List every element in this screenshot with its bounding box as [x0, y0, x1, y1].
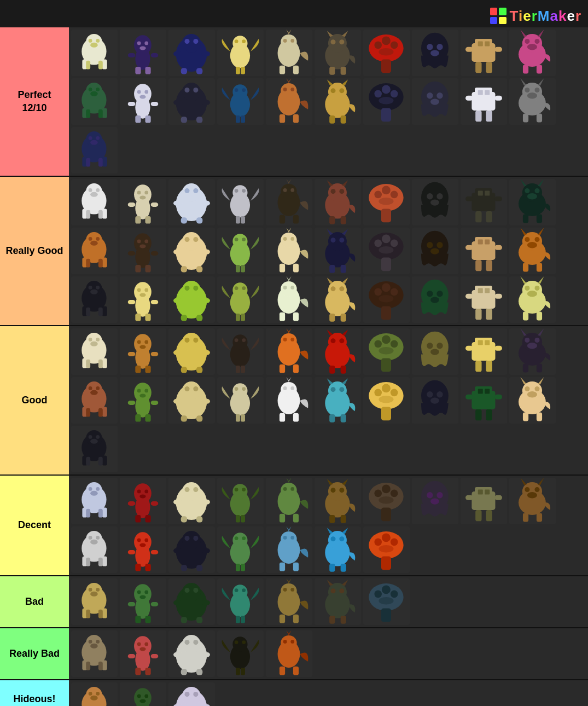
creature-item[interactable] — [217, 30, 264, 76]
creature-item[interactable] — [71, 478, 118, 524]
creature-item[interactable] — [168, 228, 215, 274]
creature-item[interactable] — [120, 526, 166, 573]
creature-item[interactable] — [217, 526, 264, 573]
creature-item[interactable] — [120, 228, 166, 274]
creature-item[interactable] — [71, 78, 118, 125]
creature-item[interactable] — [168, 578, 215, 625]
creature-item[interactable] — [266, 30, 312, 76]
creature-item[interactable] — [266, 228, 312, 274]
creature-item[interactable] — [509, 30, 556, 76]
creature-item[interactable] — [461, 328, 507, 375]
creature-item[interactable] — [509, 328, 556, 375]
creature-item[interactable] — [168, 526, 215, 573]
creature-item[interactable] — [315, 228, 361, 274]
creature-item[interactable] — [363, 328, 410, 375]
creature-item[interactable] — [120, 276, 166, 323]
creature-item[interactable] — [120, 78, 166, 125]
creature-item[interactable] — [315, 526, 361, 573]
creature-item[interactable] — [168, 276, 215, 323]
creature-item[interactable] — [168, 78, 215, 125]
creature-item[interactable] — [168, 682, 215, 706]
creature-item[interactable] — [120, 179, 166, 225]
creature-item[interactable] — [363, 30, 410, 76]
creature-item[interactable] — [461, 276, 507, 323]
creature-item[interactable] — [412, 179, 458, 225]
creature-item[interactable] — [217, 276, 264, 323]
creature-item[interactable] — [217, 630, 264, 677]
creature-item[interactable] — [71, 228, 118, 274]
creature-item[interactable] — [412, 30, 458, 76]
creature-item[interactable] — [315, 78, 361, 125]
creature-item[interactable] — [363, 179, 410, 225]
creature-item[interactable] — [266, 630, 312, 677]
creature-item[interactable] — [71, 179, 118, 225]
creature-item[interactable] — [412, 276, 458, 323]
creature-item[interactable] — [120, 377, 166, 424]
creature-item[interactable] — [71, 426, 118, 472]
creature-item[interactable] — [363, 228, 410, 274]
creature-item[interactable] — [71, 276, 118, 323]
creature-item[interactable] — [217, 377, 264, 424]
creature-item[interactable] — [71, 127, 118, 173]
creature-item[interactable] — [315, 377, 361, 424]
creature-item[interactable] — [120, 630, 166, 677]
creature-item[interactable] — [217, 478, 264, 524]
creature-item[interactable] — [71, 578, 118, 625]
creature-item[interactable] — [412, 228, 458, 274]
creature-item[interactable] — [168, 328, 215, 375]
creature-item[interactable] — [217, 78, 264, 125]
creature-item[interactable] — [71, 30, 118, 76]
creature-item[interactable] — [168, 377, 215, 424]
creature-item[interactable] — [266, 478, 312, 524]
creature-item[interactable] — [461, 30, 507, 76]
creature-item[interactable] — [120, 30, 166, 76]
creature-item[interactable] — [315, 276, 361, 323]
creature-item[interactable] — [363, 478, 410, 524]
creature-item[interactable] — [71, 526, 118, 573]
creature-item[interactable] — [461, 179, 507, 225]
creature-item[interactable] — [266, 328, 312, 375]
creature-item[interactable] — [168, 630, 215, 677]
creature-item[interactable] — [412, 478, 458, 524]
creature-item[interactable] — [461, 228, 507, 274]
creature-item[interactable] — [266, 179, 312, 225]
creature-item[interactable] — [71, 377, 118, 424]
creature-item[interactable] — [120, 578, 166, 625]
creature-item[interactable] — [266, 78, 312, 125]
creature-item[interactable] — [509, 78, 556, 125]
creature-item[interactable] — [168, 179, 215, 225]
creature-item[interactable] — [266, 578, 312, 625]
creature-item[interactable] — [217, 578, 264, 625]
creature-item[interactable] — [509, 228, 556, 274]
creature-item[interactable] — [363, 578, 410, 625]
creature-item[interactable] — [461, 377, 507, 424]
creature-item[interactable] — [217, 328, 264, 375]
creature-item[interactable] — [71, 328, 118, 375]
creature-item[interactable] — [168, 478, 215, 524]
creature-item[interactable] — [509, 377, 556, 424]
creature-item[interactable] — [412, 328, 458, 375]
creature-item[interactable] — [509, 179, 556, 225]
creature-item[interactable] — [363, 276, 410, 323]
creature-item[interactable] — [315, 30, 361, 76]
creature-item[interactable] — [315, 578, 361, 625]
creature-item[interactable] — [412, 78, 458, 125]
creature-item[interactable] — [363, 78, 410, 125]
creature-item[interactable] — [266, 526, 312, 573]
creature-item[interactable] — [363, 526, 410, 573]
creature-item[interactable] — [71, 682, 118, 706]
creature-item[interactable] — [120, 682, 166, 706]
creature-item[interactable] — [120, 328, 166, 375]
creature-item[interactable] — [120, 478, 166, 524]
creature-item[interactable] — [363, 377, 410, 424]
creature-item[interactable] — [315, 478, 361, 524]
creature-item[interactable] — [266, 276, 312, 323]
creature-item[interactable] — [315, 328, 361, 375]
creature-item[interactable] — [71, 630, 118, 677]
creature-item[interactable] — [412, 377, 458, 424]
creature-item[interactable] — [217, 179, 264, 225]
creature-item[interactable] — [217, 228, 264, 274]
creature-item[interactable] — [509, 478, 556, 524]
creature-item[interactable] — [509, 276, 556, 323]
creature-item[interactable] — [315, 179, 361, 225]
